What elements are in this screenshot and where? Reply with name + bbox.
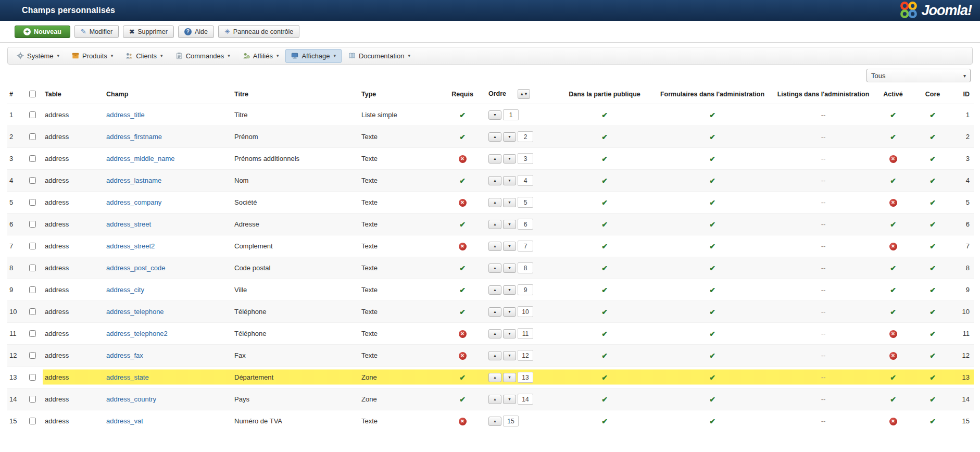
menu-item-systeme[interactable]: Système ▾ <box>11 49 65 63</box>
menu-item-commandes[interactable]: Commandes ▾ <box>170 49 236 63</box>
order-up-button[interactable]: ▲ <box>488 329 501 338</box>
order-up-button[interactable]: ▲ <box>488 351 501 360</box>
frontend-check-icon[interactable]: ✔ <box>601 330 608 338</box>
required-check-icon[interactable]: ✔ <box>459 133 466 141</box>
frontend-check-icon[interactable]: ✔ <box>601 308 608 316</box>
menu-item-produits[interactable]: Produits ▾ <box>66 49 119 63</box>
order-input[interactable] <box>518 306 533 317</box>
field-link[interactable]: address_street2 <box>106 242 155 250</box>
row-checkbox[interactable] <box>29 243 36 249</box>
backend-form-check-icon[interactable]: ✔ <box>709 177 715 185</box>
order-input[interactable] <box>518 394 533 405</box>
field-link[interactable]: address_post_code <box>106 264 165 272</box>
row-checkbox[interactable] <box>29 199 36 206</box>
required-check-icon[interactable]: ✔ <box>459 395 466 404</box>
frontend-check-icon[interactable]: ✔ <box>601 220 608 229</box>
backend-form-check-icon[interactable]: ✔ <box>709 242 715 250</box>
order-up-button[interactable]: ▲ <box>488 198 501 207</box>
new-button[interactable]: + Nouveau <box>15 26 70 38</box>
order-up-button[interactable]: ▲ <box>488 132 501 142</box>
order-down-button[interactable]: ▼ <box>503 154 516 164</box>
order-down-button[interactable]: ▼ <box>503 329 516 338</box>
enabled-check-icon[interactable]: ✔ <box>890 111 896 119</box>
enabled-cross-icon[interactable]: ✕ <box>889 199 897 207</box>
field-link[interactable]: address_fax <box>106 351 143 359</box>
row-checkbox[interactable] <box>29 374 36 381</box>
order-up-button[interactable]: ▲ <box>488 154 501 164</box>
menu-item-documentation[interactable]: Documentation ▾ <box>343 49 416 63</box>
order-down-button[interactable]: ▼ <box>503 242 516 251</box>
backend-form-check-icon[interactable]: ✔ <box>709 155 715 163</box>
required-cross-icon[interactable]: ✕ <box>459 352 467 360</box>
required-cross-icon[interactable]: ✕ <box>459 243 467 250</box>
order-input[interactable] <box>518 284 533 295</box>
field-link[interactable]: address_title <box>106 111 145 119</box>
row-checkbox[interactable] <box>29 396 36 403</box>
frontend-check-icon[interactable]: ✔ <box>601 198 608 207</box>
enabled-check-icon[interactable]: ✔ <box>890 133 896 141</box>
row-checkbox[interactable] <box>29 418 36 424</box>
menu-item-affilies[interactable]: Affiliés ▾ <box>237 49 285 63</box>
order-down-button[interactable]: ▼ <box>488 110 501 120</box>
row-checkbox[interactable] <box>29 308 36 315</box>
frontend-check-icon[interactable]: ✔ <box>601 286 608 294</box>
backend-form-check-icon[interactable]: ✔ <box>709 308 715 316</box>
backend-form-check-icon[interactable]: ✔ <box>709 198 715 207</box>
field-link[interactable]: address_city <box>106 286 144 294</box>
order-input[interactable] <box>518 219 533 230</box>
frontend-check-icon[interactable]: ✔ <box>601 395 608 404</box>
order-input[interactable] <box>503 416 519 426</box>
order-up-button[interactable]: ▲ <box>488 285 501 295</box>
backend-form-check-icon[interactable]: ✔ <box>709 264 715 272</box>
backend-form-check-icon[interactable]: ✔ <box>709 330 715 338</box>
order-input[interactable] <box>518 241 533 252</box>
frontend-check-icon[interactable]: ✔ <box>601 242 608 250</box>
enabled-check-icon[interactable]: ✔ <box>890 264 896 272</box>
order-input[interactable] <box>503 109 519 120</box>
order-input[interactable] <box>518 328 533 339</box>
enabled-cross-icon[interactable]: ✕ <box>889 155 897 163</box>
order-down-button[interactable]: ▼ <box>503 220 516 229</box>
field-link[interactable]: address_middle_name <box>106 155 175 162</box>
order-down-button[interactable]: ▼ <box>503 373 516 382</box>
field-link[interactable]: address_state <box>106 373 149 381</box>
filter-select[interactable]: Tous ▾ <box>866 69 971 82</box>
order-down-button[interactable]: ▼ <box>503 285 516 295</box>
backend-form-check-icon[interactable]: ✔ <box>709 417 715 425</box>
order-down-button[interactable]: ▼ <box>503 395 516 404</box>
required-check-icon[interactable]: ✔ <box>459 111 466 119</box>
field-link[interactable]: address_lastname <box>106 177 161 184</box>
order-down-button[interactable]: ▼ <box>503 198 516 207</box>
field-link[interactable]: address_telephone <box>106 308 164 316</box>
field-link[interactable]: address_vat <box>106 417 143 425</box>
order-up-button[interactable]: ▲ <box>488 395 501 404</box>
menu-item-affichage[interactable]: Affichage ▾ <box>285 49 342 63</box>
order-input[interactable] <box>518 350 533 361</box>
backend-form-check-icon[interactable]: ✔ <box>709 373 715 382</box>
required-cross-icon[interactable]: ✕ <box>459 330 467 338</box>
backend-form-check-icon[interactable]: ✔ <box>709 351 715 360</box>
backend-form-check-icon[interactable]: ✔ <box>709 220 715 229</box>
row-checkbox[interactable] <box>29 265 36 271</box>
enabled-cross-icon[interactable]: ✕ <box>889 418 897 425</box>
order-down-button[interactable]: ▼ <box>503 176 516 185</box>
row-checkbox[interactable] <box>29 286 36 293</box>
field-link[interactable]: address_country <box>106 395 156 403</box>
order-up-button[interactable]: ▲ <box>488 263 501 273</box>
field-link[interactable]: address_telephone2 <box>106 330 168 337</box>
order-up-button[interactable]: ▲ <box>488 176 501 185</box>
required-check-icon[interactable]: ✔ <box>459 308 466 316</box>
order-up-button[interactable]: ▲ <box>488 242 501 251</box>
frontend-check-icon[interactable]: ✔ <box>601 111 608 119</box>
required-check-icon[interactable]: ✔ <box>459 177 466 185</box>
field-link[interactable]: address_firstname <box>106 133 162 141</box>
order-down-button[interactable]: ▼ <box>503 132 516 142</box>
required-check-icon[interactable]: ✔ <box>459 220 466 229</box>
help-button[interactable]: ? Aide <box>178 26 214 38</box>
frontend-check-icon[interactable]: ✔ <box>601 351 608 360</box>
enabled-check-icon[interactable]: ✔ <box>890 220 896 229</box>
order-down-button[interactable]: ▼ <box>503 263 516 273</box>
delete-button[interactable]: ✖ Supprimer <box>123 26 174 38</box>
order-up-button[interactable]: ▲ <box>488 417 501 426</box>
field-link[interactable]: address_company <box>106 198 161 206</box>
